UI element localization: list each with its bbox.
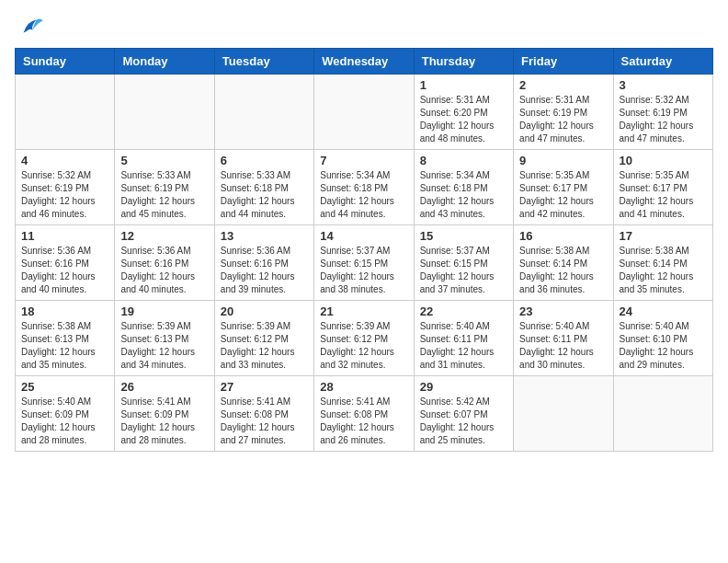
day-info: Sunrise: 5:41 AM Sunset: 6:08 PM Dayligh… (221, 396, 308, 447)
day-info: Sunrise: 5:39 AM Sunset: 6:12 PM Dayligh… (320, 320, 407, 372)
calendar-week-row: 11Sunrise: 5:36 AM Sunset: 6:16 PM Dayli… (16, 225, 713, 301)
calendar-table: SundayMondayTuesdayWednesdayThursdayFrid… (15, 48, 713, 452)
day-number: 2 (519, 78, 607, 92)
day-info: Sunrise: 5:36 AM Sunset: 6:16 PM Dayligh… (221, 245, 308, 296)
calendar-cell: 19Sunrise: 5:39 AM Sunset: 6:13 PM Dayli… (115, 301, 214, 376)
day-info: Sunrise: 5:38 AM Sunset: 6:14 PM Dayligh… (519, 245, 607, 296)
day-number: 1 (420, 78, 507, 92)
calendar-cell: 2Sunrise: 5:31 AM Sunset: 6:19 PM Daylig… (514, 75, 613, 150)
day-info: Sunrise: 5:33 AM Sunset: 6:18 PM Dayligh… (221, 169, 308, 221)
calendar-week-row: 4Sunrise: 5:32 AM Sunset: 6:19 PM Daylig… (16, 150, 713, 225)
calendar-cell (514, 376, 613, 452)
day-number: 12 (120, 229, 208, 243)
day-info: Sunrise: 5:42 AM Sunset: 6:07 PM Dayligh… (420, 396, 507, 447)
calendar-cell (613, 376, 712, 452)
day-number: 10 (620, 154, 707, 167)
day-info: Sunrise: 5:33 AM Sunset: 6:19 PM Dayligh… (120, 169, 208, 221)
day-number: 29 (420, 380, 507, 394)
calendar-cell: 5Sunrise: 5:33 AM Sunset: 6:19 PM Daylig… (115, 150, 214, 225)
page-header (15, 15, 713, 40)
day-number: 22 (420, 304, 507, 318)
calendar-cell: 15Sunrise: 5:37 AM Sunset: 6:15 PM Dayli… (414, 225, 513, 301)
day-info: Sunrise: 5:36 AM Sunset: 6:16 PM Dayligh… (21, 245, 108, 296)
column-header-saturday: Saturday (613, 49, 712, 75)
calendar-cell (214, 75, 313, 150)
logo (15, 15, 44, 40)
calendar-cell: 29Sunrise: 5:42 AM Sunset: 6:07 PM Dayli… (414, 376, 513, 452)
calendar-cell: 23Sunrise: 5:40 AM Sunset: 6:11 PM Dayli… (514, 301, 613, 376)
day-number: 15 (420, 229, 507, 243)
calendar-cell: 6Sunrise: 5:33 AM Sunset: 6:18 PM Daylig… (214, 150, 313, 225)
calendar-cell: 25Sunrise: 5:40 AM Sunset: 6:09 PM Dayli… (16, 376, 115, 452)
day-number: 23 (519, 304, 607, 318)
calendar-cell: 17Sunrise: 5:38 AM Sunset: 6:14 PM Dayli… (613, 225, 712, 301)
day-number: 9 (519, 154, 607, 167)
day-number: 5 (120, 154, 208, 167)
day-number: 21 (320, 304, 407, 318)
column-header-wednesday: Wednesday (314, 49, 414, 75)
day-info: Sunrise: 5:40 AM Sunset: 6:11 PM Dayligh… (420, 320, 507, 372)
day-info: Sunrise: 5:34 AM Sunset: 6:18 PM Dayligh… (320, 169, 407, 221)
calendar-cell: 1Sunrise: 5:31 AM Sunset: 6:20 PM Daylig… (414, 75, 513, 150)
calendar-cell: 14Sunrise: 5:37 AM Sunset: 6:15 PM Dayli… (314, 225, 414, 301)
calendar-cell: 18Sunrise: 5:38 AM Sunset: 6:13 PM Dayli… (16, 301, 115, 376)
calendar-cell (314, 75, 414, 150)
calendar-cell: 16Sunrise: 5:38 AM Sunset: 6:14 PM Dayli… (514, 225, 613, 301)
calendar-cell: 4Sunrise: 5:32 AM Sunset: 6:19 PM Daylig… (16, 150, 115, 225)
column-header-thursday: Thursday (414, 49, 513, 75)
day-info: Sunrise: 5:36 AM Sunset: 6:16 PM Dayligh… (120, 245, 208, 296)
day-info: Sunrise: 5:40 AM Sunset: 6:10 PM Dayligh… (620, 320, 707, 372)
day-number: 16 (519, 229, 607, 243)
day-number: 26 (120, 380, 208, 394)
day-number: 7 (320, 154, 407, 167)
day-info: Sunrise: 5:39 AM Sunset: 6:12 PM Dayligh… (221, 320, 308, 372)
calendar-cell (115, 75, 214, 150)
day-number: 25 (21, 380, 108, 394)
logo-bird-icon (18, 15, 44, 40)
day-number: 11 (21, 229, 108, 243)
day-info: Sunrise: 5:40 AM Sunset: 6:09 PM Dayligh… (21, 396, 108, 447)
day-number: 4 (21, 154, 108, 167)
calendar-cell: 12Sunrise: 5:36 AM Sunset: 6:16 PM Dayli… (115, 225, 214, 301)
day-number: 13 (221, 229, 308, 243)
calendar-week-row: 1Sunrise: 5:31 AM Sunset: 6:20 PM Daylig… (16, 75, 713, 150)
calendar-header-row: SundayMondayTuesdayWednesdayThursdayFrid… (16, 49, 713, 75)
calendar-cell: 22Sunrise: 5:40 AM Sunset: 6:11 PM Dayli… (414, 301, 513, 376)
day-info: Sunrise: 5:32 AM Sunset: 6:19 PM Dayligh… (21, 169, 108, 221)
day-info: Sunrise: 5:37 AM Sunset: 6:15 PM Dayligh… (320, 245, 407, 296)
day-info: Sunrise: 5:35 AM Sunset: 6:17 PM Dayligh… (620, 169, 707, 221)
day-info: Sunrise: 5:34 AM Sunset: 6:18 PM Dayligh… (420, 169, 507, 221)
day-info: Sunrise: 5:41 AM Sunset: 6:08 PM Dayligh… (320, 396, 407, 447)
calendar-week-row: 25Sunrise: 5:40 AM Sunset: 6:09 PM Dayli… (16, 376, 713, 452)
calendar-cell: 3Sunrise: 5:32 AM Sunset: 6:19 PM Daylig… (613, 75, 712, 150)
calendar-cell: 7Sunrise: 5:34 AM Sunset: 6:18 PM Daylig… (314, 150, 414, 225)
calendar-cell: 10Sunrise: 5:35 AM Sunset: 6:17 PM Dayli… (613, 150, 712, 225)
day-number: 18 (21, 304, 108, 318)
day-info: Sunrise: 5:39 AM Sunset: 6:13 PM Dayligh… (120, 320, 208, 372)
calendar-cell: 13Sunrise: 5:36 AM Sunset: 6:16 PM Dayli… (214, 225, 313, 301)
day-info: Sunrise: 5:31 AM Sunset: 6:19 PM Dayligh… (519, 94, 607, 145)
day-info: Sunrise: 5:31 AM Sunset: 6:20 PM Dayligh… (420, 94, 507, 145)
day-number: 28 (320, 380, 407, 394)
column-header-friday: Friday (514, 49, 613, 75)
calendar-cell: 26Sunrise: 5:41 AM Sunset: 6:09 PM Dayli… (115, 376, 214, 452)
day-info: Sunrise: 5:37 AM Sunset: 6:15 PM Dayligh… (420, 245, 507, 296)
calendar-week-row: 18Sunrise: 5:38 AM Sunset: 6:13 PM Dayli… (16, 301, 713, 376)
day-number: 27 (221, 380, 308, 394)
calendar-cell: 28Sunrise: 5:41 AM Sunset: 6:08 PM Dayli… (314, 376, 414, 452)
day-number: 3 (620, 78, 707, 92)
day-number: 8 (420, 154, 507, 167)
day-number: 24 (620, 304, 707, 318)
day-number: 19 (120, 304, 208, 318)
day-info: Sunrise: 5:38 AM Sunset: 6:14 PM Dayligh… (620, 245, 707, 296)
calendar-cell: 21Sunrise: 5:39 AM Sunset: 6:12 PM Dayli… (314, 301, 414, 376)
calendar-cell: 11Sunrise: 5:36 AM Sunset: 6:16 PM Dayli… (16, 225, 115, 301)
day-number: 17 (620, 229, 707, 243)
day-number: 20 (221, 304, 308, 318)
calendar-cell: 27Sunrise: 5:41 AM Sunset: 6:08 PM Dayli… (214, 376, 313, 452)
column-header-sunday: Sunday (16, 49, 115, 75)
day-info: Sunrise: 5:38 AM Sunset: 6:13 PM Dayligh… (21, 320, 108, 372)
day-info: Sunrise: 5:41 AM Sunset: 6:09 PM Dayligh… (120, 396, 208, 447)
calendar-cell: 8Sunrise: 5:34 AM Sunset: 6:18 PM Daylig… (414, 150, 513, 225)
day-number: 6 (221, 154, 308, 167)
